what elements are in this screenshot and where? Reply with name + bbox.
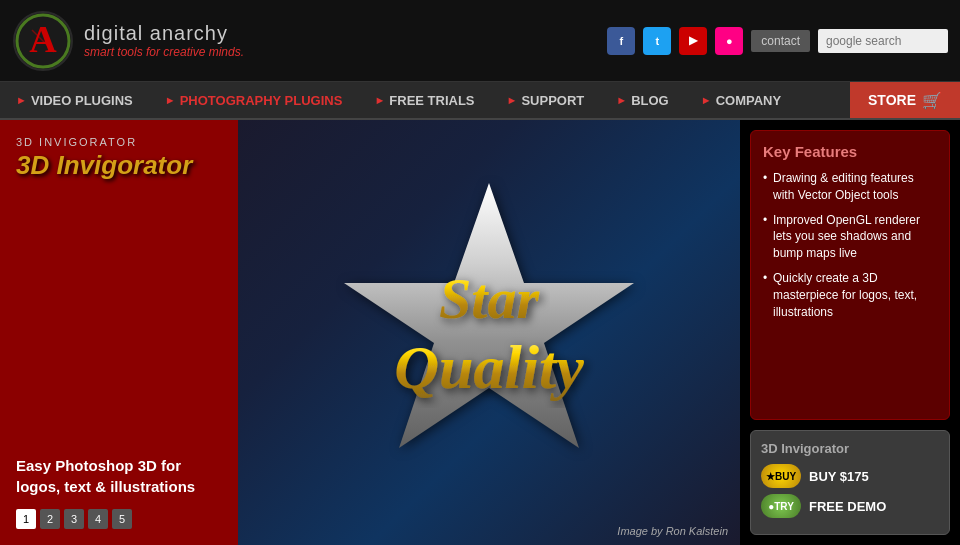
twitter-icon[interactable]: t	[643, 27, 671, 55]
left-panel: 3D INVIGORATOR 3D Invigorator Easy Photo…	[0, 120, 238, 545]
nav-company[interactable]: ►COMPANY	[685, 82, 797, 118]
slide-dot-3[interactable]: 3	[64, 509, 84, 529]
svg-text:Quality: Quality	[394, 333, 584, 401]
store-button[interactable]: STORE 🛒	[850, 82, 960, 118]
buy-price-label[interactable]: BUY $175	[809, 469, 869, 484]
star-buy-icon: ★	[766, 471, 775, 482]
feature-item-1: Drawing & editing features with Vector O…	[763, 170, 937, 204]
free-demo-label[interactable]: FREE DEMO	[809, 499, 886, 514]
image-credit: Image by Ron Kalstein	[617, 525, 728, 537]
slide-dot-5[interactable]: 5	[112, 509, 132, 529]
slide-dot-4[interactable]: 4	[88, 509, 108, 529]
product-buy-panel: 3D Invigorator ★ BUY BUY $175 ● TRY FREE…	[750, 430, 950, 535]
site-title: digital anarchy	[84, 22, 244, 45]
header: A digital anarchy smart tools for creati…	[0, 0, 960, 82]
product-small-text: 3D INVIGORATOR	[16, 136, 222, 148]
slide-dot-2[interactable]: 2	[40, 509, 60, 529]
key-features-panel: Key Features Drawing & editing features …	[750, 130, 950, 420]
hero-image: Star Quality Image by Ron Kalstein	[238, 120, 740, 545]
nav-support[interactable]: ►SUPPORT	[491, 82, 601, 118]
product-sidebar-title: 3D Invigorator	[761, 441, 939, 456]
right-panel: Key Features Drawing & editing features …	[740, 120, 960, 545]
logo-area: A digital anarchy smart tools for creati…	[12, 10, 607, 72]
logo-text: digital anarchy smart tools for creative…	[84, 22, 244, 59]
product-big-text: 3D Invigorator	[16, 150, 222, 181]
nav-photography-plugins[interactable]: ►PHOTOGRAPHY PLUGINS	[149, 82, 359, 118]
nav-blog[interactable]: ►BLOG	[600, 82, 684, 118]
try-row: ● TRY FREE DEMO	[761, 494, 939, 518]
product-logo: 3D INVIGORATOR 3D Invigorator	[16, 136, 222, 181]
search-input[interactable]	[818, 29, 948, 53]
buy-row: ★ BUY BUY $175	[761, 464, 939, 488]
cart-icon: 🛒	[922, 91, 942, 110]
nav-video-plugins[interactable]: ►VIDEO PLUGINS	[0, 82, 149, 118]
svg-text:A: A	[29, 18, 57, 60]
slide-dot-1[interactable]: 1	[16, 509, 36, 529]
svg-text:Star: Star	[439, 266, 539, 331]
header-right: f t ▶ ● contact	[607, 27, 948, 55]
feature-item-2: Improved OpenGL renderer lets you see sh…	[763, 212, 937, 262]
key-features-title: Key Features	[763, 143, 937, 160]
site-tagline: smart tools for creative minds.	[84, 45, 244, 59]
main-content: 3D INVIGORATOR 3D Invigorator Easy Photo…	[0, 120, 960, 545]
try-button-icon[interactable]: ● TRY	[761, 494, 801, 518]
facebook-icon[interactable]: f	[607, 27, 635, 55]
key-features-list: Drawing & editing features with Vector O…	[763, 170, 937, 320]
slide-pagination: 1 2 3 4 5	[16, 509, 222, 529]
flickr-icon[interactable]: ●	[715, 27, 743, 55]
buy-button-icon[interactable]: ★ BUY	[761, 464, 801, 488]
youtube-icon[interactable]: ▶	[679, 27, 707, 55]
product-description: Easy Photoshop 3D for logos, text & illu…	[16, 455, 222, 497]
main-nav: ►VIDEO PLUGINS ►PHOTOGRAPHY PLUGINS ►FRE…	[0, 82, 960, 120]
logo-icon[interactable]: A	[12, 10, 74, 72]
nav-free-trials[interactable]: ►FREE TRIALS	[358, 82, 490, 118]
feature-item-3: Quickly create a 3D masterpiece for logo…	[763, 270, 937, 320]
star-graphic: Star Quality	[238, 120, 740, 545]
contact-button[interactable]: contact	[751, 30, 810, 52]
